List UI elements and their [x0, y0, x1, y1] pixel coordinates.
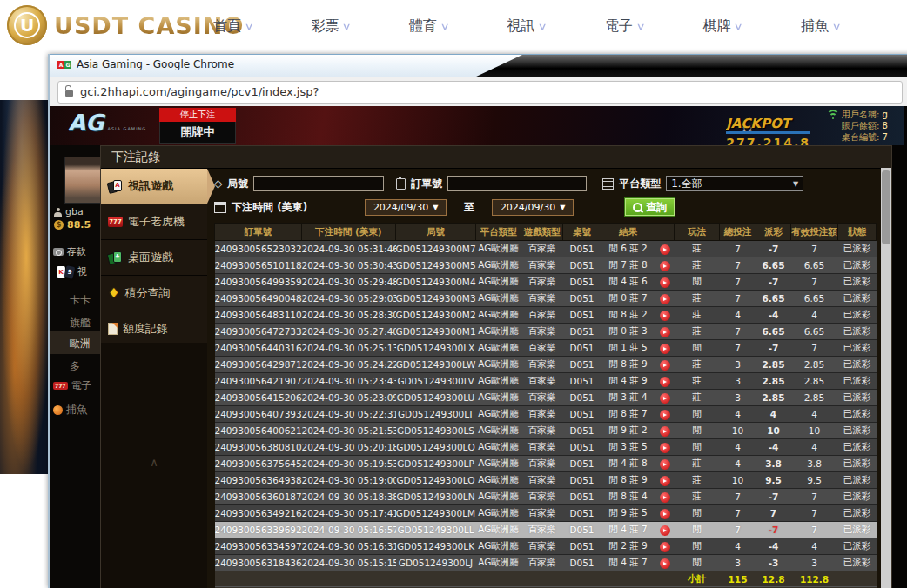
- nav-item-視訊[interactable]: 視訊∨: [507, 17, 546, 36]
- scrollbar-thumb[interactable]: [882, 170, 890, 244]
- play-icon[interactable]: [660, 277, 670, 288]
- play-icon[interactable]: [660, 261, 670, 271]
- bet-record-row[interactable]: 2409300563345972024-09-30 05:16:31GD0512…: [215, 538, 877, 555]
- play-icon[interactable]: [660, 509, 670, 519]
- nav-item-捕魚[interactable]: 捕魚∨: [801, 17, 840, 36]
- cell: 莊: [675, 456, 720, 472]
- deposit-button[interactable]: 存款: [53, 245, 86, 258]
- bet-record-row[interactable]: 2409300564727332024-09-30 05:27:40GD0512…: [215, 324, 877, 340]
- scroll-up-icon[interactable]: ∧: [101, 456, 207, 469]
- cell: 3.8: [756, 456, 791, 472]
- play-icon[interactable]: [660, 558, 670, 569]
- bet-record-row[interactable]: 2409300563808102024-09-30 05:20:18GD0512…: [215, 439, 877, 456]
- nav-item-電子[interactable]: 電子∨: [605, 17, 644, 36]
- play-icon[interactable]: [660, 426, 670, 437]
- subtotal-row: 小計11512.8112.8: [215, 571, 877, 587]
- nav-item-棋牌[interactable]: 棋牌∨: [702, 17, 742, 36]
- play-icon[interactable]: [660, 525, 670, 536]
- cell: 百家樂: [521, 257, 563, 274]
- play-icon[interactable]: [660, 294, 670, 304]
- bet-record-row[interactable]: 2409300563756452024-09-30 05:19:53GD0512…: [215, 456, 877, 472]
- scrollbar[interactable]: [881, 168, 891, 588]
- cell: 3: [720, 555, 756, 571]
- bet-record-row[interactable]: 2409300563396922024-09-30 05:16:57GD0512…: [215, 522, 877, 538]
- lobby-category[interactable]: 歐洲: [70, 337, 91, 351]
- bet-record-row[interactable]: 2409300564006212024-09-30 05:21:53GD0512…: [215, 423, 877, 439]
- play-icon[interactable]: [660, 459, 670, 470]
- menu-item-積分查詢[interactable]: ♦積分查詢: [101, 276, 207, 311]
- menu-item-電子老虎機[interactable]: 777電子老虎機: [101, 204, 207, 240]
- date-from-picker[interactable]: 2024/09/30▼: [365, 199, 447, 216]
- play-icon[interactable]: [660, 492, 670, 503]
- play-icon[interactable]: [660, 542, 670, 552]
- bet-record-row[interactable]: 2409300565101182024-09-30 05:30:43GD0512…: [215, 257, 877, 274]
- bet-record-row[interactable]: 2409300563492162024-09-30 05:17:41GD0512…: [215, 505, 877, 522]
- cell: 7: [720, 291, 756, 307]
- bet-record-row[interactable]: 2409300564403162024-09-30 05:25:13GD0512…: [215, 340, 877, 357]
- search-button[interactable]: 查詢: [624, 197, 675, 217]
- bet-record-row[interactable]: 2409300564152062024-09-30 05:23:09GD0512…: [215, 390, 877, 406]
- play-icon[interactable]: [660, 443, 670, 453]
- bet-record-row[interactable]: 2409300564073932024-09-30 05:22:31GD0512…: [215, 406, 877, 423]
- lobby-category[interactable]: 多: [70, 359, 80, 374]
- cell: 閒 4 莊 6: [601, 274, 655, 291]
- bet-record-row[interactable]: 2409300564298712024-09-30 05:24:22GD0512…: [215, 357, 877, 373]
- cell: 2024-09-30 05:19:00: [302, 472, 396, 489]
- cell: AG歐洲廳: [476, 439, 521, 456]
- video-tab[interactable]: K9視: [57, 265, 87, 278]
- menu-item-桌面遊戲[interactable]: ♣桌面遊戲: [101, 240, 207, 276]
- round-input[interactable]: [253, 176, 384, 191]
- platform-select[interactable]: 1.全部▼: [666, 176, 803, 191]
- column-header: 玩法: [675, 224, 720, 241]
- to-label: 至: [464, 200, 474, 215]
- bet-record-row[interactable]: 2409300564219072024-09-30 05:23:43GD0512…: [215, 373, 877, 390]
- lobby-category-fishing[interactable]: 捕魚: [53, 403, 87, 418]
- date-to-picker[interactable]: 2024/09/30▼: [492, 199, 574, 216]
- play-icon[interactable]: [660, 377, 670, 387]
- cell: 7: [720, 257, 756, 274]
- lobby-category[interactable]: 旗艦: [70, 316, 91, 331]
- cell: GD051249300LJ: [396, 555, 476, 571]
- address-field[interactable]: gci.2hhapi.com/agingame/pcv1/index.jsp?: [57, 81, 903, 104]
- lobby-category[interactable]: 卡卡: [70, 293, 91, 308]
- play-icon[interactable]: [660, 311, 670, 321]
- bet-record-row[interactable]: 2409300563184362024-09-30 05:15:15GD0512…: [215, 555, 877, 571]
- cell: 閒 8 莊 9: [601, 472, 655, 489]
- cell: D051: [563, 241, 601, 257]
- cell: 2.85: [756, 373, 791, 390]
- bet-record-row[interactable]: 2409300565230322024-09-30 05:31:46GD0512…: [215, 241, 877, 257]
- bet-record-row[interactable]: 2409300564993592024-09-30 05:29:48GD0512…: [215, 274, 877, 291]
- lobby-category-slots[interactable]: 777電子: [53, 378, 92, 393]
- play-icon[interactable]: [660, 393, 670, 404]
- bet-record-row[interactable]: 2409300563601872024-09-30 05:18:38GD0512…: [215, 489, 877, 505]
- cell: 240930056360187: [215, 489, 302, 505]
- cell: 百家樂: [521, 340, 563, 357]
- play-icon[interactable]: [660, 344, 670, 354]
- jackpot-label: JACKPOT: [726, 116, 810, 134]
- cell: 3: [720, 373, 756, 390]
- cell: 10: [720, 423, 756, 439]
- table-body: 2409300565230322024-09-30 05:31:46GD0512…: [215, 241, 877, 588]
- cell: 7: [720, 324, 756, 340]
- menu-item-視訊遊戲[interactable]: A視訊遊戲: [101, 169, 207, 204]
- bet-record-row[interactable]: 2409300564900482024-09-30 05:29:03GD0512…: [215, 291, 877, 307]
- play-icon[interactable]: [660, 476, 670, 486]
- spacer: [215, 571, 675, 587]
- cell: D051: [563, 340, 601, 357]
- brand-logo[interactable]: U USDT CASINO: [7, 5, 244, 45]
- cell: 2024-09-30 05:30:43: [302, 257, 396, 274]
- bet-time-label: 下注時間 (美東): [232, 200, 307, 215]
- nav-item-體育[interactable]: 體育∨: [409, 17, 448, 36]
- play-icon[interactable]: [660, 360, 670, 371]
- order-input[interactable]: [447, 176, 587, 191]
- bet-record-row[interactable]: 2409300563649382024-09-30 05:19:00GD0512…: [215, 472, 877, 489]
- window-titlebar[interactable]: AG Asia Gaming - Google Chrome: [50, 54, 907, 77]
- nav-item-首頁[interactable]: 首頁∨: [213, 17, 252, 36]
- cell: 6.65: [791, 291, 838, 307]
- menu-item-額度記錄[interactable]: 額度記錄: [101, 311, 207, 347]
- play-icon[interactable]: [660, 410, 670, 420]
- nav-item-彩票[interactable]: 彩票∨: [311, 17, 350, 36]
- play-icon[interactable]: [660, 327, 670, 337]
- play-icon[interactable]: [660, 244, 670, 255]
- bet-record-row[interactable]: 2409300564831102024-09-30 05:28:30GD0512…: [215, 307, 877, 324]
